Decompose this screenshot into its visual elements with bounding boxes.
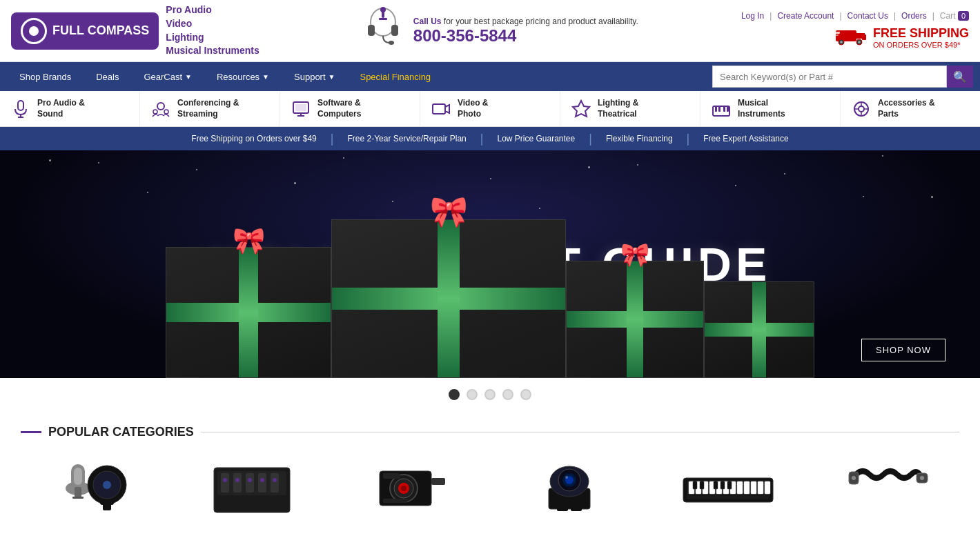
- promo-bar: Free Shipping on Orders over $49 | Free …: [0, 127, 980, 150]
- svg-rect-76: [557, 506, 568, 511]
- contact-us-link[interactable]: Contact Us: [847, 11, 888, 21]
- product-card-mixer[interactable]: [179, 450, 324, 519]
- svg-rect-49: [103, 504, 111, 510]
- nav-support[interactable]: Support ▼: [282, 62, 347, 91]
- svg-rect-31: [718, 106, 721, 112]
- svg-rect-55: [258, 473, 266, 492]
- svg-point-3: [389, 41, 394, 45]
- promo-2: Free 2-Year Service/Repair Plan: [333, 134, 480, 143]
- svg-point-13: [858, 41, 861, 43]
- svg-point-19: [157, 103, 164, 110]
- cat-software[interactable]: Software & Computers: [280, 91, 420, 126]
- conferencing-icon: [150, 99, 172, 119]
- logo-text: FULL COMPASS: [52, 24, 149, 38]
- svg-point-100: [920, 476, 924, 480]
- logo-box[interactable]: FULL COMPASS: [11, 12, 159, 50]
- svg-rect-88: [744, 481, 749, 494]
- product-img-microphone: [38, 450, 148, 519]
- svg-rect-30: [715, 106, 717, 112]
- svg-rect-87: [737, 481, 743, 494]
- svg-rect-91: [765, 481, 770, 494]
- ribbon-v: [239, 248, 258, 377]
- search-button[interactable]: 🔍: [947, 66, 973, 88]
- gifts-scene: 🎀 🎀 🎀: [0, 199, 980, 378]
- search-area: 🔍: [712, 66, 973, 88]
- product-img-ptz: [514, 450, 625, 519]
- svg-rect-43: [75, 487, 81, 498]
- cat-conferencing[interactable]: Conferencing & Streaming: [140, 91, 280, 126]
- dot-2[interactable]: [467, 389, 478, 400]
- svg-point-75: [565, 476, 568, 479]
- svg-rect-32: [723, 106, 725, 112]
- svg-rect-25: [295, 104, 306, 111]
- cat-pro-audio-text: Pro Audio & Sound: [37, 98, 85, 119]
- svg-point-58: [235, 478, 239, 482]
- cat-lighting-text: Lighting & Theatrical: [598, 98, 638, 119]
- cat-lighting[interactable]: Lighting & Theatrical: [560, 91, 700, 126]
- svg-point-12: [840, 41, 843, 43]
- shop-now-button[interactable]: SHOP NOW: [861, 339, 945, 361]
- hero-banner: HOLIDAY GIFT GUIDE 🎀 🎀 🎀 SHOP NOW: [0, 150, 980, 378]
- brand-line-4: Musical Instruments: [166, 44, 259, 58]
- brand-text: Pro Audio Video Lighting Musical Instrum…: [166, 3, 259, 57]
- products-row: [21, 450, 959, 519]
- free-shipping-badge: FREE SHIPPING ON ORDERS OVER $49*: [834, 25, 969, 50]
- dot-4[interactable]: [502, 389, 513, 400]
- search-input[interactable]: [712, 66, 947, 88]
- bow-center: 🎀: [430, 194, 468, 230]
- cat-video-text: Video & Photo: [458, 98, 488, 119]
- svg-rect-2: [391, 25, 398, 36]
- svg-rect-26: [433, 104, 445, 114]
- nav-special-financing[interactable]: Special Financing: [347, 62, 443, 91]
- product-card-camcorder[interactable]: [338, 450, 483, 519]
- svg-rect-69: [383, 499, 407, 503]
- svg-point-59: [248, 478, 252, 482]
- cat-accessories[interactable]: Accessories & Parts: [841, 91, 980, 126]
- svg-rect-92: [693, 481, 697, 489]
- call-us-label: Call Us for your best package pricing an…: [413, 17, 638, 26]
- section-line-accent: [21, 431, 41, 433]
- nav-resources[interactable]: Resources ▼: [204, 62, 282, 91]
- product-card-cable[interactable]: [814, 450, 959, 519]
- cat-musical[interactable]: Musical Instruments: [700, 91, 841, 126]
- product-img-mixer: [197, 450, 307, 519]
- bow-left: 🎀: [233, 226, 265, 256]
- video-icon: [430, 99, 452, 119]
- svg-rect-14: [834, 32, 840, 34]
- nav-deals[interactable]: Deals: [84, 62, 131, 91]
- truck-icon: [834, 25, 868, 50]
- section-line: [201, 432, 959, 432]
- svg-rect-15: [834, 34, 839, 36]
- free-ship-text: FREE SHIPPING ON ORDERS OVER $49*: [873, 26, 969, 49]
- svg-rect-44: [72, 497, 84, 499]
- product-card-ptz[interactable]: [497, 450, 642, 519]
- dot-5[interactable]: [520, 389, 531, 400]
- brand-line-3: Lighting: [166, 31, 259, 45]
- nav-gearcast[interactable]: GearCast ▼: [131, 62, 204, 91]
- call-info: Call Us for your best package pricing an…: [413, 17, 638, 46]
- cat-pro-audio[interactable]: Pro Audio & Sound: [0, 91, 140, 126]
- accessories-icon: [850, 99, 872, 119]
- cat-conferencing-text: Conferencing & Streaming: [177, 98, 239, 119]
- svg-rect-68: [383, 473, 400, 479]
- cat-video[interactable]: Video & Photo: [420, 91, 560, 126]
- brand-line-2: Video: [166, 17, 259, 31]
- dot-1[interactable]: [449, 389, 460, 400]
- cart-link[interactable]: Cart 0: [940, 11, 969, 21]
- svg-rect-6: [379, 18, 387, 20]
- gift-box-right: 🎀: [566, 261, 704, 378]
- headset-icon: [362, 3, 404, 59]
- svg-rect-93: [700, 481, 704, 489]
- phone-number[interactable]: 800-356-5844: [413, 26, 638, 46]
- login-link[interactable]: Log In: [741, 11, 764, 21]
- svg-rect-42: [74, 468, 82, 485]
- product-card-keyboard[interactable]: [656, 450, 801, 519]
- dot-3[interactable]: [484, 389, 496, 400]
- orders-link[interactable]: Orders: [901, 11, 927, 21]
- monitor-icon: [290, 99, 312, 119]
- svg-point-21: [164, 110, 168, 114]
- create-account-link[interactable]: Create Account: [777, 11, 834, 21]
- nav-shop-brands[interactable]: Shop Brands: [7, 62, 84, 91]
- product-card-microphone[interactable]: [21, 450, 166, 519]
- section-header: POPULAR CATEGORIES: [21, 425, 959, 439]
